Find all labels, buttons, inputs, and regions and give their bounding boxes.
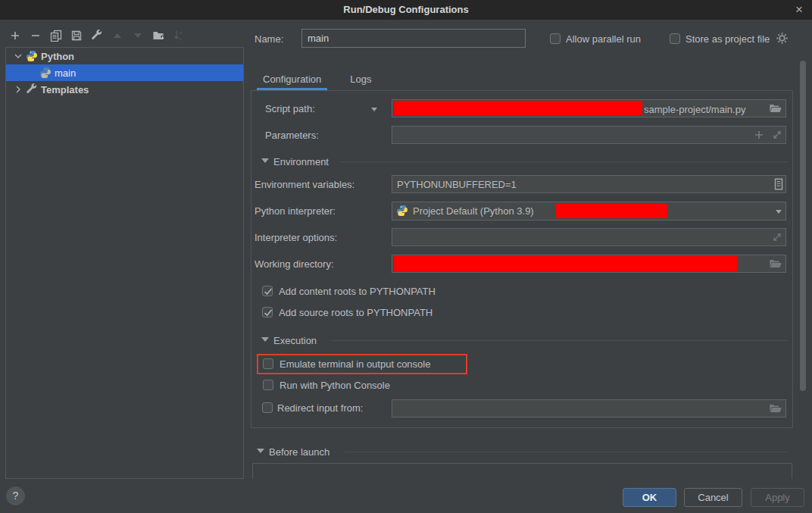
parameters-label: Parameters: [265,130,319,141]
expand-field-icon[interactable] [770,128,784,142]
combobox-arrow-icon[interactable] [774,207,783,218]
redaction-bar [394,101,642,115]
section-divider [345,452,788,452]
before-launch-list[interactable] [252,463,792,479]
run-with-python-console-label[interactable]: Run with Python Console [280,380,390,391]
section-divider [341,161,788,162]
remove-icon[interactable] [30,30,42,42]
allow-parallel-run-checkbox[interactable] [550,33,561,44]
svg-text:z: z [180,36,182,41]
parameters-field[interactable] [392,126,786,144]
configurations-tree: Python main Templates [5,47,244,479]
collapse-triangle-icon [261,337,269,342]
browse-folder-icon[interactable] [769,402,782,415]
copy-icon[interactable] [50,30,62,42]
python-interpreter-value: Project Default (Python 3.9) [413,205,534,217]
name-input[interactable] [301,29,526,48]
configurations-toolbar: az [9,30,185,42]
cancel-button[interactable]: Cancel [684,488,742,507]
section-divider [331,340,788,341]
python-icon [26,50,38,62]
interpreter-options-label: Interpreter options: [255,232,337,243]
environment-section-header[interactable]: Environment [273,156,329,167]
apply-button[interactable]: Apply [751,488,804,507]
new-folder-icon[interactable] [152,30,164,42]
collapse-triangle-icon [261,158,269,163]
store-as-project-file-label[interactable]: Store as project file [686,33,770,45]
svg-text:a: a [180,30,183,35]
interpreter-options-field[interactable] [392,228,786,246]
tree-item-python-group[interactable]: Python [6,48,243,64]
edit-variables-icon[interactable] [772,177,785,191]
run-with-python-console-checkbox[interactable] [263,380,273,390]
name-label: Name: [255,33,283,45]
sort-alphabetically-icon: az [173,30,185,42]
script-path-value: sample-project/main.py [644,104,745,115]
tree-item-templates-group[interactable]: Templates [6,81,243,98]
redirect-input-checkbox[interactable] [262,402,273,413]
chevron-right-icon[interactable] [12,83,24,95]
before-launch-section-header[interactable]: Before launch [269,446,329,458]
title-bar: Run/Debug Configurations × [0,0,812,20]
browse-folder-icon[interactable] [769,102,782,115]
vertical-scrollbar-thumb[interactable] [800,61,806,391]
save-icon[interactable] [70,30,83,42]
gear-icon[interactable] [776,32,789,45]
redirect-input-label[interactable]: Redirect input from: [277,402,363,414]
collapse-triangle-icon [257,449,264,453]
help-button[interactable]: ? [6,486,25,505]
environment-variables-label: Environment variables: [255,179,354,190]
tab-bar: Configuration Logs [257,70,378,90]
tree-item-main-selected[interactable]: main [6,64,243,81]
expand-field-icon[interactable] [770,230,784,244]
move-down-icon [132,30,144,42]
edit-templates-icon[interactable] [91,30,103,42]
script-path-label: Script path: [265,103,315,114]
chevron-down-icon[interactable] [12,50,24,62]
execution-section-header[interactable]: Execution [273,335,317,346]
ok-button[interactable]: OK [623,488,676,507]
add-source-roots-label[interactable]: Add source roots to PYTHONPATH [279,307,433,318]
tree-item-label: main [55,67,76,79]
script-path-options-icon[interactable] [370,105,379,116]
wrench-icon [26,83,38,95]
dialog-title: Run/Debug Configurations [0,4,812,15]
tree-item-label: Python [41,51,74,62]
close-icon[interactable]: × [791,2,807,18]
allow-parallel-run-label[interactable]: Allow parallel run [566,33,641,45]
add-macro-icon[interactable] [752,128,766,142]
tab-logs[interactable]: Logs [344,70,377,90]
store-as-project-file-checkbox[interactable] [670,33,680,44]
environment-variables-value: PYTHONUNBUFFERED=1 [397,179,517,190]
working-directory-label: Working directory: [255,258,334,270]
redaction-bar [556,204,667,218]
redirect-input-field[interactable] [392,399,786,418]
browse-folder-icon[interactable] [769,257,782,271]
add-content-roots-checkbox[interactable] [262,286,273,296]
tab-configuration[interactable]: Configuration [257,70,327,90]
emulate-terminal-label[interactable]: Emulate terminal in output console [280,358,430,370]
python-icon [396,205,408,217]
run-debug-configurations-dialog: Run/Debug Configurations × az [0,0,812,513]
add-content-roots-label[interactable]: Add content roots to PYTHONPATH [279,286,436,297]
tree-item-label: Templates [41,84,89,95]
python-icon [39,67,52,79]
add-source-roots-checkbox[interactable] [262,307,273,317]
redaction-bar [394,256,737,271]
python-interpreter-label: Python interpreter: [255,205,336,217]
emulate-terminal-checkbox[interactable] [263,358,273,369]
move-up-icon [111,30,123,42]
add-icon[interactable] [9,30,21,42]
